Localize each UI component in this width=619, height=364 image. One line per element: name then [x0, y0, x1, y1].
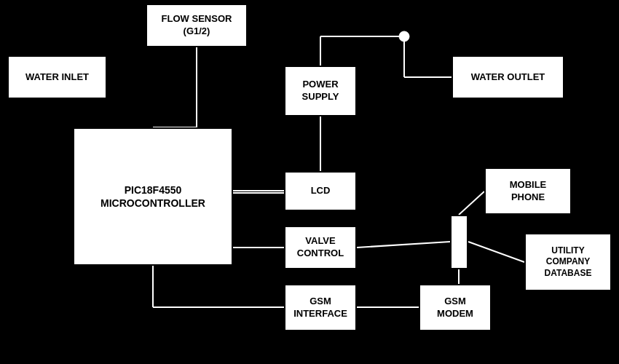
gsm-modem-block: GSM MODEM: [419, 284, 492, 331]
gsm-interface-label: GSM INTERFACE: [293, 296, 347, 320]
svg-line-17: [459, 191, 484, 215]
mobile-phone-block: MOBILE PHONE: [484, 167, 572, 215]
utility-db-label: UTILITY COMPANY DATABASE: [545, 245, 592, 280]
flow-sensor-block: FLOW SENSOR (G1/2): [146, 4, 248, 47]
gsm-interface-block: GSM INTERFACE: [284, 284, 357, 331]
water-outlet-block: WATER OUTLET: [452, 55, 564, 99]
mobile-phone-label: MOBILE PHONE: [510, 179, 547, 204]
svg-line-18: [468, 242, 524, 262]
microcontroller-label: PIC18F4550 MICROCONTROLLER: [100, 183, 205, 210]
water-outlet-label: WATER OUTLET: [471, 71, 545, 84]
power-supply-label: POWER SUPPLY: [302, 79, 339, 103]
valve-control-block: VALVE CONTROL: [284, 226, 357, 269]
gsm-modem-label: GSM MODEM: [437, 296, 473, 320]
relay-block: [450, 215, 468, 269]
diagram: WATER INLET FLOW SENSOR (G1/2) WATER OUT…: [0, 0, 619, 364]
flow-sensor-label: FLOW SENSOR (G1/2): [162, 13, 232, 38]
svg-line-19: [357, 242, 450, 248]
microcontroller-block: PIC18F4550 MICROCONTROLLER: [73, 127, 233, 266]
lcd-label: LCD: [311, 185, 331, 197]
valve-control-label: VALVE CONTROL: [297, 235, 344, 260]
svg-point-20: [399, 31, 409, 41]
water-inlet-label: WATER INLET: [25, 71, 89, 84]
utility-db-block: UTILITY COMPANY DATABASE: [524, 233, 612, 291]
water-inlet-block: WATER INLET: [7, 55, 107, 99]
lcd-block: LCD: [284, 171, 357, 211]
power-supply-block: POWER SUPPLY: [284, 66, 357, 116]
